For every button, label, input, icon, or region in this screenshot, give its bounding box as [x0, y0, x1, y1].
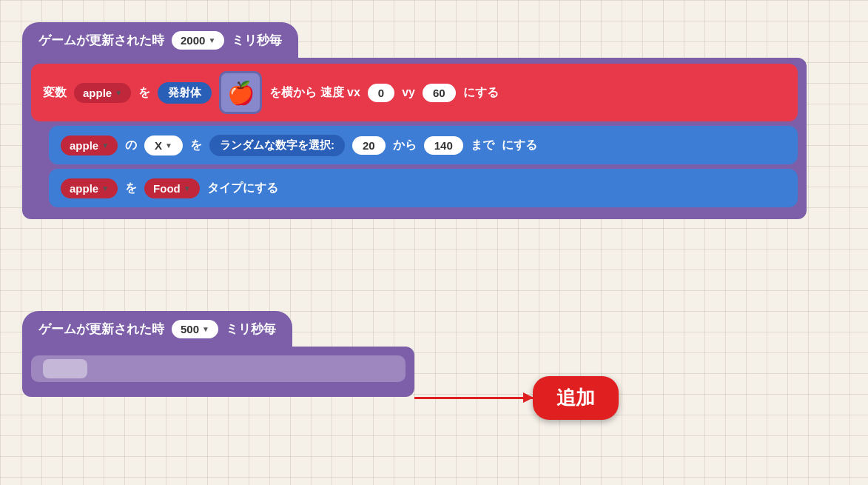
row-set-x-random: apple ▼ の X ▼ を ランダムな数字を選択: 20 から 140 [49, 126, 798, 164]
apple-sprite-icon: 🍎 [227, 80, 255, 106]
block-group-2: ゲームが更新された時 500 ▼ ミリ秒毎 [22, 311, 414, 397]
arrow-line [414, 397, 533, 399]
chevron-down-icon: ▼ [208, 36, 215, 44]
chevron-down-icon: ▼ [115, 89, 122, 97]
timer-dropdown-2[interactable]: 500 ▼ [172, 320, 218, 338]
block-group-2-header: ゲームが更新された時 500 ▼ ミリ秒毎 [22, 311, 292, 347]
arrow-add-container: 追加 [414, 376, 619, 420]
chevron-down-icon: ▼ [101, 184, 109, 193]
label-type: タイプにする [207, 181, 278, 196]
label-hensuu: 変数 [43, 85, 67, 101]
slot-placeholder [43, 359, 87, 378]
label-kara: から [393, 138, 417, 153]
label-projectile: 発射体 [158, 82, 212, 104]
block-group-1: ゲームが更新された時 2000 ▼ ミリ秒毎 変数 apple ▼ を 発射体 [22, 22, 807, 219]
random-to-input[interactable]: 140 [424, 136, 463, 155]
row-set-type: apple ▼ を Food ▼ タイプにする [49, 169, 798, 207]
chevron-down-icon: ▼ [101, 141, 109, 150]
block-group-1-body: 変数 apple ▼ を 発射体 🍎 を横から 速度 vx 0 vy [22, 58, 807, 219]
label-vy: vy [402, 86, 415, 99]
block-group-2-body [22, 347, 414, 397]
label-nisuru-1: にする [463, 85, 499, 101]
add-button[interactable]: 追加 [533, 376, 619, 420]
timer-dropdown-1[interactable]: 2000 ▼ [172, 31, 224, 50]
empty-block-slot [31, 355, 406, 382]
vy-input[interactable]: 60 [423, 84, 456, 102]
dropdown-x[interactable]: X ▼ [144, 136, 183, 155]
header2-text-after: ミリ秒毎 [226, 321, 276, 338]
label-wo-1: を [138, 85, 150, 101]
header-text-before: ゲームが更新された時 [38, 32, 164, 49]
chevron-down-icon: ▼ [165, 141, 172, 150]
label-wo-2: を [190, 138, 202, 153]
dropdown-apple-2[interactable]: apple ▼ [61, 136, 118, 155]
label-random: ランダムな数字を選択: [209, 135, 345, 156]
label-wo-3: を [125, 181, 137, 196]
dropdown-apple-3[interactable]: apple ▼ [61, 178, 118, 198]
chevron-down-icon: ▼ [184, 184, 191, 193]
label-no: の [125, 138, 137, 153]
dropdown-apple-1[interactable]: apple ▼ [74, 83, 131, 103]
row-set-projectile: 変数 apple ▼ を 発射体 🍎 を横から 速度 vx 0 vy [31, 64, 798, 121]
header2-text-before: ゲームが更新された時 [38, 321, 164, 338]
workspace: ゲームが更新された時 2000 ▼ ミリ秒毎 変数 apple ▼ を 発射体 [0, 0, 868, 485]
header-text-after: ミリ秒毎 [232, 32, 282, 49]
label-yokokarasokudo: を横から 速度 vx [269, 85, 360, 101]
label-made: まで [471, 138, 494, 153]
sprite-selector[interactable]: 🍎 [219, 71, 262, 114]
dropdown-food[interactable]: Food ▼ [144, 178, 200, 198]
label-nisuru-2: にする [502, 138, 537, 153]
random-from-input[interactable]: 20 [352, 136, 386, 155]
chevron-down-icon: ▼ [202, 325, 209, 333]
block-group-1-header: ゲームが更新された時 2000 ▼ ミリ秒毎 [22, 22, 298, 58]
vx-input[interactable]: 0 [368, 84, 394, 102]
